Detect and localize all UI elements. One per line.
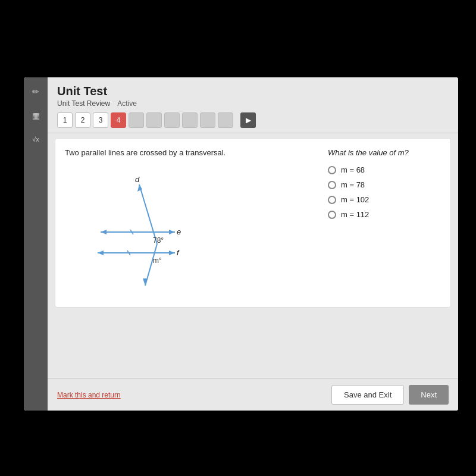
svg-marker-2 [169, 230, 175, 234]
question-left: Two parallel lines are crossed by a tran… [65, 148, 310, 298]
question-right: What is the value of m? m = 68 m = 78 m … [322, 148, 441, 298]
svg-marker-7 [169, 250, 175, 255]
angle-m: m° [153, 256, 162, 265]
answer-text-4: m = 112 [341, 210, 369, 219]
answer-text-3: m = 102 [341, 195, 369, 204]
header: Unit Test Unit Test Review Active 1 2 3 … [48, 77, 458, 133]
nav-btn-5[interactable] [129, 112, 144, 128]
question-area: Two parallel lines are crossed by a tran… [55, 138, 451, 308]
nav-btn-10[interactable] [218, 112, 233, 128]
answer-prompt: What is the value of m? [328, 148, 441, 157]
question-nav: 1 2 3 4 ▶ [57, 112, 449, 133]
nav-btn-2[interactable]: 2 [75, 112, 90, 128]
answer-option-3[interactable]: m = 102 [328, 195, 441, 204]
bottom-bar: Mark this and return Save and Exit Next [48, 378, 458, 411]
main-content: Unit Test Unit Test Review Active 1 2 3 … [48, 77, 458, 411]
subtitle: Unit Test Review [57, 99, 110, 108]
label-e: e [177, 227, 181, 236]
radio-3[interactable] [328, 196, 336, 204]
svg-marker-9 [143, 278, 148, 286]
label-d: d [135, 175, 140, 184]
answer-option-1[interactable]: m = 68 [328, 165, 441, 174]
pencil-icon[interactable]: ✏ [27, 83, 44, 100]
mark-return-link[interactable]: Mark this and return [57, 391, 121, 399]
radio-1[interactable] [328, 166, 336, 174]
answer-text-1: m = 68 [341, 165, 365, 174]
sidebar: ✏ ▦ √x [24, 77, 48, 411]
screen: ✏ ▦ √x Unit Test Unit Test Review Active… [24, 77, 458, 411]
svg-line-3 [139, 184, 157, 244]
formula-icon[interactable]: √x [27, 131, 44, 148]
diagram: d e f 78° m° [65, 167, 214, 298]
answer-option-4[interactable]: m = 112 [328, 210, 441, 219]
subtitle-row: Unit Test Review Active [57, 99, 449, 108]
page-title: Unit Test [57, 84, 449, 98]
label-f: f [177, 248, 180, 257]
nav-btn-7[interactable] [164, 112, 180, 128]
save-exit-button[interactable]: Save and Exit [331, 385, 404, 405]
nav-btn-9[interactable] [200, 112, 215, 128]
geometry-svg: d e f 78° m° [65, 167, 214, 298]
nav-btn-8[interactable] [182, 112, 198, 128]
nav-btn-1[interactable]: 1 [57, 112, 73, 128]
nav-btn-3[interactable]: 3 [93, 112, 108, 128]
bottom-buttons: Save and Exit Next [331, 385, 449, 405]
status-badge: Active [117, 99, 137, 108]
calculator-icon[interactable]: ▦ [27, 107, 44, 124]
next-button[interactable]: Next [409, 385, 449, 405]
nav-btn-6[interactable] [146, 112, 162, 128]
svg-marker-6 [98, 250, 104, 255]
angle-78: 78° [153, 236, 164, 245]
radio-2[interactable] [328, 181, 336, 189]
nav-btn-4[interactable]: 4 [111, 112, 126, 128]
question-text: Two parallel lines are crossed by a tran… [65, 148, 310, 157]
spacer [48, 312, 458, 378]
answer-option-2[interactable]: m = 78 [328, 180, 441, 189]
nav-arrow[interactable]: ▶ [240, 112, 256, 128]
answer-text-2: m = 78 [341, 180, 365, 189]
svg-marker-1 [101, 230, 107, 234]
radio-4[interactable] [328, 211, 336, 219]
